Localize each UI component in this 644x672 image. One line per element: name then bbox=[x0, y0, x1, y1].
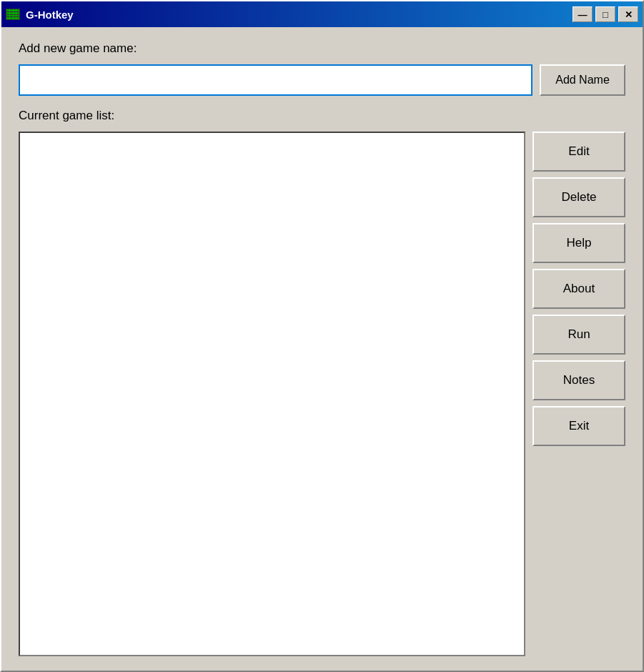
about-button[interactable]: About bbox=[532, 269, 625, 309]
titlebar-left: G-Hotkey bbox=[6, 9, 74, 21]
main-window: G-Hotkey — □ ✕ Add new game name: Add Na… bbox=[0, 0, 644, 672]
exit-button[interactable]: Exit bbox=[532, 406, 625, 446]
window-title: G-Hotkey bbox=[26, 9, 74, 21]
add-label: Add new game name: bbox=[19, 41, 625, 56]
edit-button[interactable]: Edit bbox=[532, 132, 625, 172]
delete-button[interactable]: Delete bbox=[532, 177, 625, 217]
game-list[interactable] bbox=[19, 132, 525, 656]
run-button[interactable]: Run bbox=[532, 315, 625, 355]
add-name-button[interactable]: Add Name bbox=[540, 64, 625, 96]
game-name-input[interactable] bbox=[19, 64, 532, 96]
notes-button[interactable]: Notes bbox=[532, 360, 625, 400]
window-controls: — □ ✕ bbox=[573, 6, 638, 22]
titlebar: G-Hotkey — □ ✕ bbox=[1, 1, 643, 27]
add-input-row: Add Name bbox=[19, 64, 625, 96]
close-button[interactable]: ✕ bbox=[618, 6, 638, 22]
action-buttons: Edit Delete Help About Run Notes Exit bbox=[532, 132, 625, 656]
minimize-button[interactable]: — bbox=[573, 6, 593, 22]
main-content: Add new game name: Add Name Current game… bbox=[1, 27, 643, 671]
app-icon bbox=[6, 9, 20, 20]
list-label: Current game list: bbox=[19, 109, 625, 123]
list-section: Edit Delete Help About Run Notes Exit bbox=[19, 132, 625, 656]
help-button[interactable]: Help bbox=[532, 223, 625, 263]
maximize-button[interactable]: □ bbox=[595, 6, 615, 22]
